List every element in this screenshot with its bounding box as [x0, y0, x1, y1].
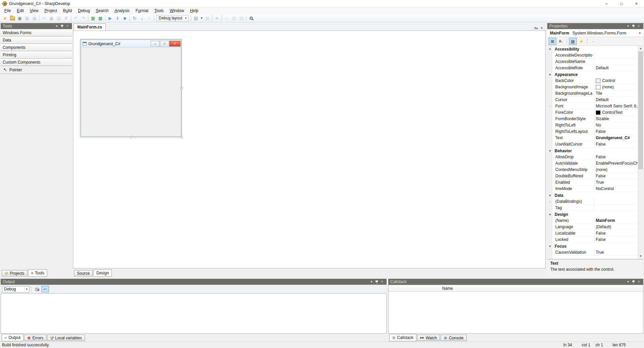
toolbox-category-components[interactable]: Components — [1, 44, 72, 51]
properties-view-button[interactable]: ▤ — [569, 38, 577, 45]
property-value[interactable]: Default — [594, 97, 638, 103]
bookmark-dropdown[interactable]: ▾ — [199, 15, 204, 21]
property-row-formborderstyle[interactable]: FormBorderStyleSizable — [547, 116, 638, 122]
close-button[interactable]: × — [629, 0, 644, 7]
expand-icon[interactable]: › — [547, 104, 553, 108]
resize-handle-bottom-right[interactable] — [180, 136, 183, 138]
property-row--databindings)[interactable]: ›(DataBindings) — [547, 198, 638, 205]
property-row-localizable[interactable]: LocalizableFalse — [547, 230, 638, 237]
search-button[interactable] — [247, 15, 255, 21]
property-value[interactable] — [594, 59, 638, 65]
property-value[interactable]: EnablePreventFocusChar — [594, 160, 638, 167]
property-value[interactable]: False — [594, 230, 638, 237]
property-value[interactable]: MainForm — [594, 217, 638, 224]
output-category-combo[interactable]: Debug ▾ — [2, 286, 29, 292]
layout-combo[interactable]: Debug layout▾ — [157, 15, 188, 21]
scrollbar-thumb[interactable] — [638, 52, 643, 169]
property-category-behavior[interactable]: ▾Behavior — [547, 148, 638, 154]
word-wrap-button[interactable]: ↩ — [42, 286, 49, 292]
property-value[interactable]: False — [594, 141, 638, 148]
property-row-righttoleft[interactable]: RightToLeftNo — [547, 122, 638, 128]
new-file-button[interactable]: ∗ — [1, 15, 9, 21]
callstack-content[interactable]: Name — [388, 285, 643, 334]
callstack-tab-console[interactable]: ▣Console — [440, 335, 466, 341]
step-over-button[interactable]: ↻ — [131, 15, 138, 21]
toolbox-item-pointer[interactable]: ↖ Pointer — [1, 66, 72, 74]
property-row-backgroundimagela[interactable]: BackgroundImageLaTile — [547, 90, 638, 97]
toolbox-category-custom-components[interactable]: Custom Components — [1, 59, 72, 66]
designed-form[interactable]: Grundgeruest_C# – □ × — [81, 39, 181, 137]
resize-handle-right[interactable] — [180, 87, 183, 89]
property-value[interactable]: Microsoft Sans Serif; 8,25 — [594, 103, 638, 109]
property-value[interactable]: Grundgeruest_C# — [594, 135, 638, 141]
close-icon[interactable]: × — [636, 279, 641, 285]
property-category-focus[interactable]: ▾Focus — [547, 243, 638, 249]
property-row-font[interactable]: ›FontMicrosoft Sans Serif; 8,25 — [547, 103, 638, 109]
maximize-button[interactable]: □ — [614, 0, 629, 7]
property-row-causesvalidation[interactable]: CausesValidationTrue — [547, 249, 638, 256]
property-value[interactable]: ControlText — [594, 109, 638, 116]
output-tab-errors[interactable]: ▣Errors — [24, 335, 46, 341]
property-value[interactable]: False — [594, 128, 638, 135]
property-row-doublebuffered[interactable]: DoubleBufferedFalse — [547, 173, 638, 179]
run-button[interactable]: ▶ — [106, 15, 114, 21]
step-into-button[interactable]: ↓ — [138, 15, 146, 21]
chevron-down-icon[interactable]: ▾ — [626, 279, 631, 285]
output-content[interactable] — [1, 293, 387, 334]
property-value[interactable]: NoControl — [594, 186, 638, 192]
property-value[interactable]: False — [594, 173, 638, 179]
collapse-chevron-icon[interactable]: ▾ — [547, 73, 553, 76]
open-with-template-button[interactable]: ▣ — [16, 15, 23, 21]
callstack-column-header[interactable]: Name — [389, 285, 643, 292]
property-row-backcolor[interactable]: BackColorControl — [547, 78, 638, 84]
collapse-chevron-icon[interactable]: ▾ — [547, 149, 553, 153]
property-row-language[interactable]: Language(Default) — [547, 224, 638, 230]
menu-item-window[interactable]: Window — [167, 8, 187, 14]
menu-item-view[interactable]: View — [27, 8, 42, 14]
step-out-button[interactable]: ↑ — [146, 15, 153, 21]
window-list-icon[interactable]: ≡▾ — [534, 26, 538, 30]
menu-item-analysis[interactable]: Analysis — [111, 8, 133, 14]
collapse-chevron-icon[interactable]: ▾ — [547, 194, 553, 197]
collapse-chevron-icon[interactable]: ▾ — [547, 213, 553, 216]
property-row-cursor[interactable]: CursorDefault — [547, 97, 638, 103]
property-row-autovalidate[interactable]: AutoValidateEnablePreventFocusChar — [547, 160, 638, 167]
property-row-contextmenustrip[interactable]: ContextMenuStrip(none) — [547, 167, 638, 173]
property-value[interactable]: Control — [594, 78, 638, 84]
scroll-down-icon[interactable]: ▼ — [638, 254, 643, 259]
chevron-down-icon[interactable]: ▾ — [54, 23, 59, 29]
property-category-accessibility[interactable]: ▾Accessibility — [547, 46, 638, 52]
designer-canvas[interactable]: Grundgeruest_C# – □ × — [73, 30, 546, 268]
comment-lines-button[interactable]: ≡ — [213, 15, 221, 21]
property-value[interactable]: Default — [594, 65, 638, 71]
chevron-down-icon[interactable]: ▾ — [639, 31, 641, 35]
property-value[interactable] — [594, 198, 638, 205]
callstack-tab-callstack[interactable]: ≣Callstack — [389, 334, 416, 341]
property-value[interactable]: (none) — [594, 167, 638, 173]
toolbox-category-data[interactable]: Data — [1, 36, 72, 44]
property-value[interactable]: False — [594, 154, 638, 160]
pause-button[interactable]: ‖ — [114, 15, 121, 21]
toolbox-category-windows-forms[interactable]: Windows Forms — [1, 29, 72, 36]
output-tab-output[interactable]: ≡Output — [2, 334, 23, 341]
collapse-chevron-icon[interactable]: ▾ — [547, 245, 553, 248]
menu-item-tools[interactable]: Tools — [151, 8, 167, 14]
pin-icon[interactable] — [632, 280, 635, 284]
categorized-button[interactable]: ⊞ — [549, 38, 556, 45]
property-value[interactable]: True — [594, 179, 638, 186]
menu-item-project[interactable]: Project — [42, 8, 60, 14]
menu-item-help[interactable]: Help — [187, 8, 202, 14]
property-value[interactable] — [594, 205, 638, 211]
pad-tab-tools[interactable]: ×Tools — [28, 269, 47, 277]
property-category-design[interactable]: ▾Design — [547, 211, 638, 217]
output-tab-local-variables[interactable]: Local variables — [47, 335, 85, 341]
rebuild-button[interactable]: ▩ — [97, 15, 104, 21]
property-value[interactable] — [594, 52, 638, 59]
property-row-righttoleftlayout[interactable]: RightToLeftLayoutFalse — [547, 128, 638, 135]
tab-mainform-cs[interactable]: MainForm.cs — [74, 23, 106, 30]
menu-item-build[interactable]: Build — [60, 8, 75, 14]
property-row--name)[interactable]: (Name)MainForm — [547, 217, 638, 224]
toolbox-category-printing[interactable]: Printing — [1, 51, 72, 59]
property-row-allowdrop[interactable]: AllowDropFalse — [547, 154, 638, 160]
pin-icon[interactable] — [375, 280, 378, 284]
